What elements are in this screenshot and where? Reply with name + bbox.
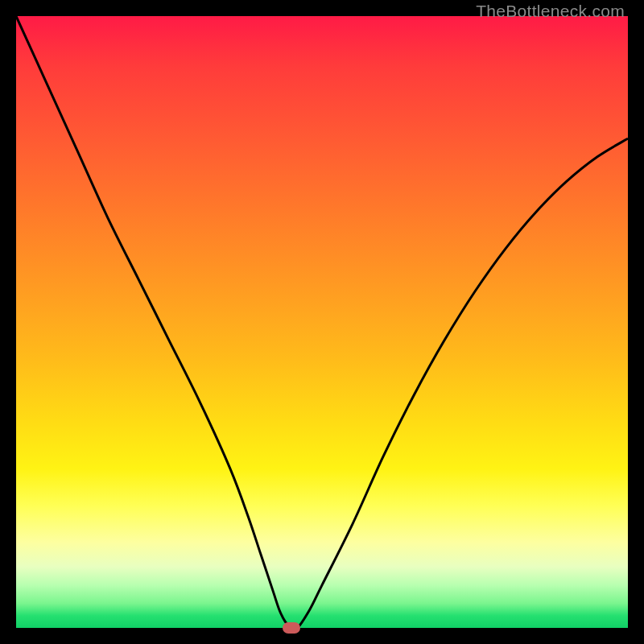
- chart-frame: TheBottleneck.com: [0, 0, 644, 644]
- plot-area: [16, 16, 628, 628]
- watermark-text: TheBottleneck.com: [476, 2, 625, 21]
- optimum-marker: [283, 622, 300, 634]
- curve-svg: [16, 16, 628, 628]
- bottleneck-curve-path: [16, 16, 628, 628]
